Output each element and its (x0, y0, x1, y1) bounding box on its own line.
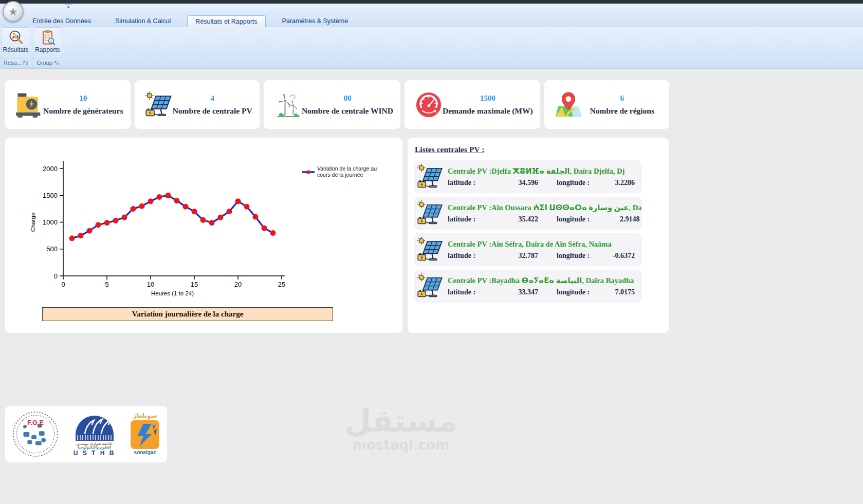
longitude-label: longitude : (557, 215, 611, 223)
tab-entree-des-donnees[interactable]: Entrée des Données (25, 15, 99, 27)
solar-panel-icon (417, 200, 444, 227)
chart-marker (131, 206, 136, 212)
ribbon-group-rapports: ★ Rapports Group (33, 27, 62, 67)
solar-panel-icon (145, 91, 173, 119)
y-axis-label: Charge (30, 213, 36, 232)
pv-list-item: Centrale PV :Aïn Oussara ⵄⵉⵏ ⵡⵙⵙⴰⵔⴰ عين … (414, 197, 642, 230)
svg-text:2000: 2000 (43, 165, 58, 173)
solar-panel-icon (417, 163, 444, 190)
svg-text:1000: 1000 (43, 218, 58, 226)
chart-marker (262, 225, 267, 231)
pv-item-coordinates: latitude : 32.787 longitude : -0.6372 (448, 252, 637, 260)
chart-marker (235, 198, 241, 204)
svg-text:20: 20 (234, 281, 242, 288)
pv-item-title: Centrale PV :Djelfa ⵅⴻⵍⴼⴰ الجلفة, Daïra … (448, 167, 637, 176)
tab-simulation-calcul[interactable]: Simulation & Calcul (107, 15, 178, 27)
chart-marker (87, 228, 93, 234)
watermark-arabic: مستقل (308, 405, 493, 436)
latitude-value: 35.422 (501, 215, 538, 223)
stat-card-generateurs: 10 Nombre de générateurs (5, 80, 131, 129)
magnifier-chart-icon (8, 30, 24, 45)
pv-list-title: Listes centrales PV : (415, 145, 663, 154)
quick-access-dropdown-icon[interactable]: ▾ (65, 5, 72, 12)
ribbon-tab-row: Entrée des Données Simulation & Calcul R… (0, 15, 863, 27)
longitude-value: 2.9148 (611, 215, 639, 223)
ribbon-group-resultats: Résultats Resu... (1, 27, 30, 67)
stat-cards-row: 10 Nombre de générateurs 4 Nombre de cen… (5, 80, 669, 129)
chart-marker (139, 203, 145, 209)
map-pin-icon (555, 91, 582, 119)
main-content: 10 Nombre de générateurs 4 Nombre de cen… (0, 69, 863, 504)
usthb-logo: جامعة هواري بومدين للعلوم والتكنولوجيا U… (71, 412, 118, 456)
chart-marker (270, 230, 276, 236)
chart-marker (244, 204, 250, 210)
load-chart-panel: 05001000150020000510152025Heures (1 to 2… (5, 138, 402, 333)
chart-marker (218, 215, 224, 220)
solar-panel-icon (417, 236, 444, 263)
chart-marker (148, 198, 154, 204)
legend-label: cours de la journée (317, 172, 363, 178)
longitude-value: 7.0175 (611, 288, 635, 296)
usthb-text: U S T H B (74, 450, 116, 457)
star-icon: ★ (8, 6, 18, 18)
latitude-value: 34.596 (501, 179, 538, 187)
generator-icon (15, 91, 43, 119)
stat-value: 4 (210, 94, 214, 103)
group-label-text: Resu... (4, 60, 22, 66)
dialog-launcher-icon[interactable] (54, 61, 59, 65)
resultats-button[interactable]: Résultats (2, 28, 30, 58)
pv-item-title: Centrale PV :Aïn Oussara ⵄⵉⵏ ⵡⵙⵙⴰⵔⴰ عين … (448, 203, 641, 212)
group-label-group: Group (33, 58, 62, 67)
titlebar[interactable] (0, 4, 863, 16)
solar-panel-icon (417, 273, 444, 300)
chart-marker (253, 214, 259, 220)
watermark-domain: mostaql.com (308, 437, 493, 453)
stat-label: Demande maximale (MW) (443, 106, 533, 116)
longitude-label: longitude : (557, 252, 611, 260)
window-top-strip (0, 0, 863, 4)
chart-marker (174, 198, 180, 203)
load-chart-canvas: 05001000150020000510152025Heures (1 to 2… (5, 138, 396, 305)
legend-marker-sample (307, 171, 310, 174)
chart-caption: Variation journalière de la charge (42, 307, 333, 321)
usthb-arabic-line1: جامعة هواري بومدين (76, 442, 113, 445)
svg-text:0: 0 (61, 281, 65, 288)
ribbon-body: Résultats Resu... ★ Rapports (0, 27, 863, 69)
pv-list-panel: Listes centrales PV : Centrale PV :Djelf… (408, 138, 669, 333)
stat-card-regions: 6 Nombre de régions (544, 80, 669, 129)
pv-item-title: Centrale PV :Aïn Séfra, Daïra de Aïn Séf… (448, 240, 637, 249)
rapports-button[interactable]: ★ Rapports (33, 28, 62, 58)
app-star-button[interactable]: ★ (3, 1, 24, 22)
usthb-logo-icon (71, 412, 118, 442)
longitude-label: longitude : (557, 179, 611, 187)
resultats-button-label: Résultats (3, 46, 28, 53)
tab-resultats-rapports[interactable]: Résultats et Rapports (187, 15, 265, 27)
svg-text:★: ★ (49, 40, 52, 43)
logos-panel: F.G.E جامعة هواري بوم (5, 406, 167, 462)
stat-value: 6 (620, 94, 625, 103)
longitude-label: longitude : (557, 288, 611, 296)
stat-label: Nombre de générateurs (43, 106, 123, 116)
tab-parametres-systeme[interactable]: Paramètres & Système (274, 15, 356, 27)
legend-label: Variation de la charge au (317, 165, 377, 172)
stat-value: 00 (343, 94, 351, 103)
stat-label: Nombre de centrale WIND (302, 106, 393, 116)
chart-marker (209, 220, 215, 226)
latitude-label: latitude : (448, 252, 501, 260)
latitude-label: latitude : (448, 215, 501, 223)
longitude-value: -0.6372 (611, 252, 635, 260)
chart-marker (192, 209, 197, 214)
svg-text:15: 15 (191, 281, 198, 288)
watermark: مستقل mostaql.com (308, 405, 493, 453)
group-label-resultats: Resu... (2, 58, 30, 67)
latitude-label: latitude : (448, 179, 501, 187)
stat-label: Nombre de régions (590, 106, 654, 116)
svg-text:1500: 1500 (43, 192, 58, 199)
chart-marker (122, 215, 127, 220)
svg-text:0: 0 (54, 272, 58, 280)
pv-item-coordinates: latitude : 33.347 longitude : 7.0175 (448, 288, 637, 296)
stat-card-centrale-wind: 00 Nombre de centrale WIND (264, 80, 400, 129)
latitude-value: 33.347 (501, 288, 538, 296)
dialog-launcher-icon[interactable] (23, 61, 28, 65)
chart-marker (69, 235, 75, 241)
